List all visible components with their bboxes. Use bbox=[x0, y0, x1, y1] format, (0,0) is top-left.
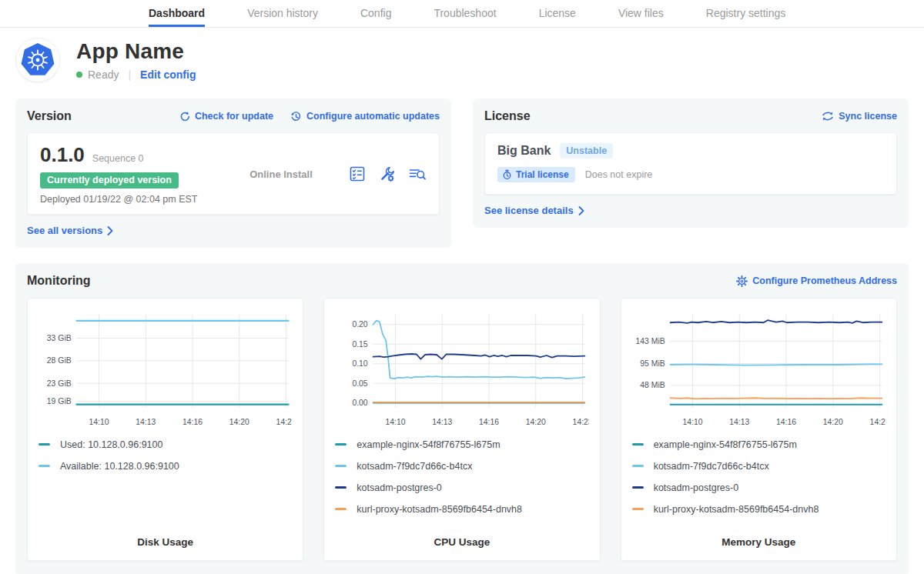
tab-registry-settings[interactable]: Registry settings bbox=[706, 0, 785, 27]
configure-prometheus-link[interactable]: Configure Prometheus Address bbox=[736, 275, 897, 287]
see-license-details-link[interactable]: See license details bbox=[484, 205, 584, 216]
deployed-status-badge: Currently deployed version bbox=[40, 172, 179, 189]
legend-item: Used: 10.128.0.96:9100 bbox=[38, 439, 292, 450]
legend-color-dash bbox=[38, 465, 50, 467]
edit-config-button[interactable] bbox=[378, 165, 396, 183]
legend-label: kotsadm-7f9dc7d66c-b4tcx bbox=[654, 461, 769, 472]
lines-magnifier-icon bbox=[408, 165, 427, 182]
svg-text:14:16: 14:16 bbox=[182, 418, 203, 426]
legend-color-dash bbox=[335, 443, 346, 446]
svg-text:28 GiB: 28 GiB bbox=[47, 356, 72, 365]
svg-text:48 MiB: 48 MiB bbox=[640, 381, 665, 389]
legend-label: Used: 10.128.0.96:9100 bbox=[60, 439, 162, 450]
svg-text:95 MiB: 95 MiB bbox=[640, 359, 665, 368]
svg-text:14:13: 14:13 bbox=[729, 418, 749, 426]
legend-label: kotsadm-postgres-0 bbox=[654, 482, 738, 493]
svg-text:14:10: 14:10 bbox=[682, 418, 702, 426]
disk-usage-chart-card: 14:1014:1314:1614:2014:2333 GiB28 GiB23 … bbox=[27, 298, 303, 561]
cpu-usage-legend: example-nginx-54f8f76755-l675mkotsadm-7f… bbox=[335, 439, 588, 526]
legend-item: kurl-proxy-kotsadm-8569fb6454-dnvh8 bbox=[335, 504, 588, 515]
gear-icon bbox=[736, 275, 748, 287]
tab-view-files[interactable]: View files bbox=[618, 0, 664, 27]
version-card: Version Check for update Configure au bbox=[15, 98, 451, 248]
monitoring-title: Monitoring bbox=[27, 274, 91, 288]
legend-label: kotsadm-7f9dc7d66c-b4tcx bbox=[357, 461, 472, 472]
legend-label: kurl-proxy-kotsadm-8569fb6454-dnvh8 bbox=[654, 504, 819, 515]
divider: | bbox=[128, 68, 131, 81]
legend-item: example-nginx-54f8f76755-l675m bbox=[335, 439, 588, 450]
tab-license[interactable]: License bbox=[539, 0, 576, 27]
edit-config-link[interactable]: Edit config bbox=[140, 68, 196, 81]
legend-color-dash bbox=[632, 486, 644, 489]
legend-color-dash bbox=[632, 443, 644, 446]
clock-update-icon bbox=[290, 111, 302, 122]
svg-text:14:23: 14:23 bbox=[573, 418, 589, 426]
svg-text:14:16: 14:16 bbox=[776, 418, 796, 426]
checklist-icon bbox=[349, 165, 366, 182]
install-type-label: Online Install bbox=[213, 169, 349, 180]
legend-label: Available: 10.128.0.96:9100 bbox=[60, 461, 179, 472]
svg-text:143 MiB: 143 MiB bbox=[635, 337, 665, 345]
stopwatch-icon bbox=[502, 169, 512, 180]
sync-icon bbox=[822, 111, 834, 122]
see-all-versions-link[interactable]: See all versions bbox=[27, 225, 113, 236]
svg-text:14:13: 14:13 bbox=[136, 418, 156, 426]
version-card-title: Version bbox=[27, 109, 72, 123]
svg-text:14:10: 14:10 bbox=[89, 418, 109, 426]
svg-text:14:23: 14:23 bbox=[869, 418, 886, 426]
legend-color-dash bbox=[632, 508, 644, 510]
legend-label: example-nginx-54f8f76755-l675m bbox=[357, 439, 500, 450]
top-nav: Dashboard Version history Config Trouble… bbox=[0, 0, 924, 28]
refresh-icon bbox=[179, 111, 190, 122]
kubernetes-logo-icon bbox=[15, 38, 60, 82]
page-title: App Name bbox=[76, 39, 196, 64]
tab-config[interactable]: Config bbox=[360, 0, 391, 27]
disk-usage-chart: 14:1014:1314:1614:2014:2333 GiB28 GiB23 … bbox=[38, 308, 292, 430]
svg-text:19 GiB: 19 GiB bbox=[47, 397, 72, 405]
svg-text:14:16: 14:16 bbox=[479, 418, 499, 426]
chevron-right-icon bbox=[578, 206, 584, 215]
legend-color-dash bbox=[335, 508, 346, 510]
tab-dashboard[interactable]: Dashboard bbox=[149, 0, 205, 27]
svg-text:14:23: 14:23 bbox=[276, 418, 293, 426]
legend-color-dash bbox=[335, 486, 346, 489]
view-diff-button[interactable] bbox=[408, 165, 427, 182]
svg-text:0.05: 0.05 bbox=[353, 379, 368, 388]
svg-text:0.15: 0.15 bbox=[353, 340, 368, 349]
deployed-timestamp: Deployed 01/19/22 @ 02:04 pm EST bbox=[40, 194, 213, 205]
sequence-label: Sequence 0 bbox=[92, 153, 144, 164]
svg-text:23 GiB: 23 GiB bbox=[47, 379, 72, 388]
sync-license-link[interactable]: Sync license bbox=[822, 111, 897, 122]
license-type-badge: Trial license bbox=[497, 167, 575, 182]
cpu-usage-chart: 14:1014:1314:1614:2014:230.200.150.100.0… bbox=[335, 308, 588, 430]
app-status-text: Ready bbox=[88, 68, 119, 81]
version-number: 0.1.0 bbox=[40, 143, 85, 167]
svg-text:14:13: 14:13 bbox=[433, 418, 453, 426]
configure-automatic-updates-link[interactable]: Configure automatic updates bbox=[290, 111, 440, 122]
svg-text:14:20: 14:20 bbox=[229, 418, 249, 426]
tab-version-history[interactable]: Version history bbox=[247, 0, 318, 27]
legend-item: Available: 10.128.0.96:9100 bbox=[38, 461, 292, 472]
preflight-checks-button[interactable] bbox=[349, 165, 366, 182]
svg-text:0.10: 0.10 bbox=[353, 359, 368, 368]
monitoring-section: Monitoring Configure Prometheus Address bbox=[15, 263, 909, 574]
legend-item: kotsadm-7f9dc7d66c-b4tcx bbox=[335, 461, 588, 472]
license-card: License Sync license Big Bank Unstable bbox=[473, 98, 909, 228]
disk-usage-legend: Used: 10.128.0.96:9100Available: 10.128.… bbox=[38, 439, 292, 482]
license-customer-name: Big Bank bbox=[497, 144, 551, 158]
svg-text:0.00: 0.00 bbox=[353, 399, 368, 407]
svg-text:14:20: 14:20 bbox=[822, 418, 842, 426]
svg-text:33 GiB: 33 GiB bbox=[47, 334, 72, 342]
chart-title: Memory Usage bbox=[632, 536, 886, 548]
svg-text:14:10: 14:10 bbox=[386, 418, 406, 426]
ready-status-dot bbox=[76, 72, 82, 78]
legend-item: kotsadm-7f9dc7d66c-b4tcx bbox=[632, 461, 886, 472]
legend-item: kurl-proxy-kotsadm-8569fb6454-dnvh8 bbox=[632, 504, 886, 515]
legend-label: kurl-proxy-kotsadm-8569fb6454-dnvh8 bbox=[357, 504, 522, 515]
check-for-update-link[interactable]: Check for update bbox=[179, 111, 273, 122]
chart-title: Disk Usage bbox=[38, 536, 292, 548]
tab-troubleshoot[interactable]: Troubleshoot bbox=[434, 0, 496, 27]
legend-item: kotsadm-postgres-0 bbox=[335, 482, 588, 493]
legend-item: kotsadm-postgres-0 bbox=[632, 482, 886, 493]
channel-badge: Unstable bbox=[560, 143, 613, 159]
